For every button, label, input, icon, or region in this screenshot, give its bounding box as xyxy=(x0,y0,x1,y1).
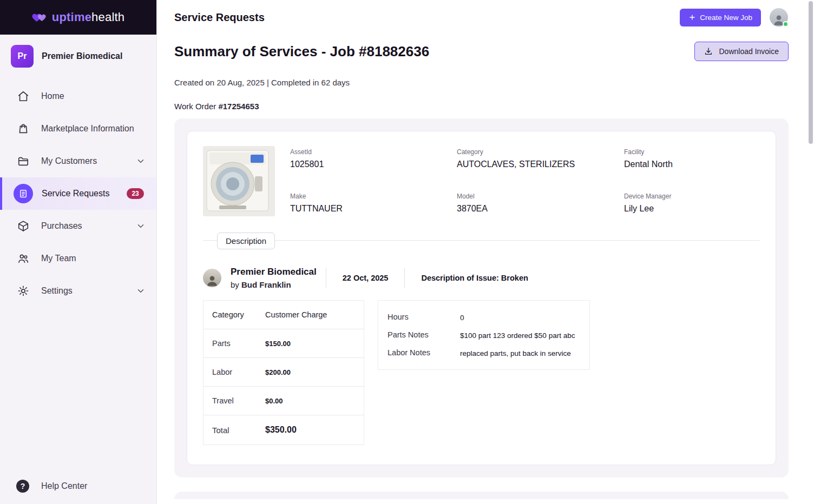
field-assetid: AssetId 1025801 xyxy=(290,148,457,173)
organization-name: Premier Biomedical xyxy=(42,51,122,61)
sidebar-item-home[interactable]: Home xyxy=(0,80,156,112)
main-content: Service Requests Create New Job Summary … xyxy=(157,0,814,504)
work-order: Work Order #17254653 xyxy=(174,102,789,111)
help-center-label: Help Center xyxy=(41,481,87,491)
entry-company: Premier Biomedical xyxy=(231,267,317,277)
sidebar-item-purchases[interactable]: Purchases xyxy=(0,210,156,242)
field-make: Make TUTTNAUER xyxy=(290,193,457,217)
chevron-down-icon xyxy=(136,286,146,296)
organization-avatar: Pr xyxy=(11,45,34,68)
sidebar-item-my-customers[interactable]: My Customers xyxy=(0,145,156,177)
user-avatar[interactable] xyxy=(770,8,788,26)
clipboard-icon xyxy=(14,184,33,203)
service-summary-card: AssetId 1025801 Category AUTOCLAVES, STE… xyxy=(174,118,789,478)
work-order-label: Work Order xyxy=(174,102,218,111)
vertical-scrollbar[interactable] xyxy=(809,1,813,144)
vertical-divider xyxy=(404,268,405,288)
people-icon xyxy=(17,253,29,264)
sidebar-item-my-team[interactable]: My Team xyxy=(0,242,156,275)
brand-wordmark: uptimehealth xyxy=(52,10,124,24)
sidebar-item-label: Marketplace Information xyxy=(41,124,134,134)
sidebar-item-label: Service Requests xyxy=(42,189,109,198)
create-new-job-button[interactable]: Create New Job xyxy=(680,9,761,26)
author-avatar xyxy=(203,269,221,287)
plus-icon xyxy=(688,14,696,21)
help-center-link[interactable]: ? Help Center xyxy=(0,468,156,504)
table-row: Parts $150.00 xyxy=(204,329,364,358)
sidebar-item-settings[interactable]: Settings xyxy=(0,275,156,307)
sidebar-item-service-requests[interactable]: Service Requests 23 xyxy=(0,177,156,210)
field-device-manager: Device Manager Lily Lee xyxy=(624,193,760,217)
tab-description[interactable]: Description xyxy=(217,233,275,249)
organization-row: Pr Premier Biomedical xyxy=(0,35,156,77)
table-row: Labor $200.00 xyxy=(204,358,364,387)
field-facility: Facility Dental North xyxy=(624,148,760,173)
sidebar-item-marketplace-information[interactable]: Marketplace Information xyxy=(0,112,156,145)
shopping-bag-icon xyxy=(17,123,29,135)
uptimehealth-heart-icon xyxy=(32,11,47,23)
count-badge: 23 xyxy=(127,188,143,199)
sidebar-item-label: Home xyxy=(41,91,64,101)
page-section-title: Service Requests xyxy=(174,11,265,24)
charges-total-row: Total $350.00 xyxy=(204,415,364,445)
table-row: Labor Notes replaced parts, put back in … xyxy=(378,344,589,362)
home-icon xyxy=(17,90,29,102)
entry-date: 22 Oct, 2025 xyxy=(343,274,389,282)
sidebar-item-label: Purchases xyxy=(41,221,82,231)
charges-table: Category Customer Charge Parts $150.00 L… xyxy=(203,300,364,445)
online-status-dot xyxy=(783,21,789,27)
sidebar-item-label: Settings xyxy=(41,286,73,296)
gear-icon xyxy=(17,285,29,297)
vertical-divider xyxy=(326,268,326,288)
brand-logo[interactable]: uptimehealth xyxy=(0,0,156,35)
question-mark-icon: ? xyxy=(16,480,29,493)
package-icon xyxy=(17,220,29,232)
work-order-number: #17254653 xyxy=(218,102,259,111)
sidebar-item-label: My Team xyxy=(41,254,76,263)
sidebar-nav: Home Marketplace Information My Customer… xyxy=(0,77,156,468)
table-row: Travel $0.00 xyxy=(204,387,364,415)
top-header: Service Requests Create New Job xyxy=(157,0,814,35)
entry-author: by Bud Franklin xyxy=(231,280,317,289)
entry-issue: Description of Issue: Broken xyxy=(421,274,528,282)
asset-fields: AssetId 1025801 Category AUTOCLAVES, STE… xyxy=(290,146,760,216)
service-entry-header: Premier Biomedical by Bud Franklin 22 Oc… xyxy=(203,267,760,289)
page-title: Summary of Services - Job #81882636 xyxy=(174,43,429,60)
sidebar: uptimehealth Pr Premier Biomedical Home … xyxy=(0,0,157,504)
asset-photo xyxy=(203,146,275,216)
folder-icon xyxy=(17,155,29,167)
chevron-down-icon xyxy=(136,221,146,231)
asset-detail-card: AssetId 1025801 Category AUTOCLAVES, STE… xyxy=(187,131,776,465)
notes-table: Hours 0 Parts Notes $100 part 123 ordere… xyxy=(378,300,590,370)
table-row: Parts Notes $100 part 123 ordered $50 pa… xyxy=(378,326,589,344)
download-invoice-button[interactable]: Download Invoice xyxy=(694,42,789,61)
field-model: Model 3870EA xyxy=(457,193,624,217)
next-card-partial xyxy=(174,492,789,499)
chevron-down-icon xyxy=(136,156,146,166)
download-icon xyxy=(704,47,713,56)
table-row: Hours 0 xyxy=(378,308,589,326)
charges-header-row: Category Customer Charge xyxy=(204,301,364,329)
job-meta: Created on 20 Aug, 2025 | Completed in 6… xyxy=(174,78,789,87)
sidebar-item-label: My Customers xyxy=(41,156,97,166)
field-category: Category AUTOCLAVES, STERILIZERS xyxy=(457,148,624,173)
